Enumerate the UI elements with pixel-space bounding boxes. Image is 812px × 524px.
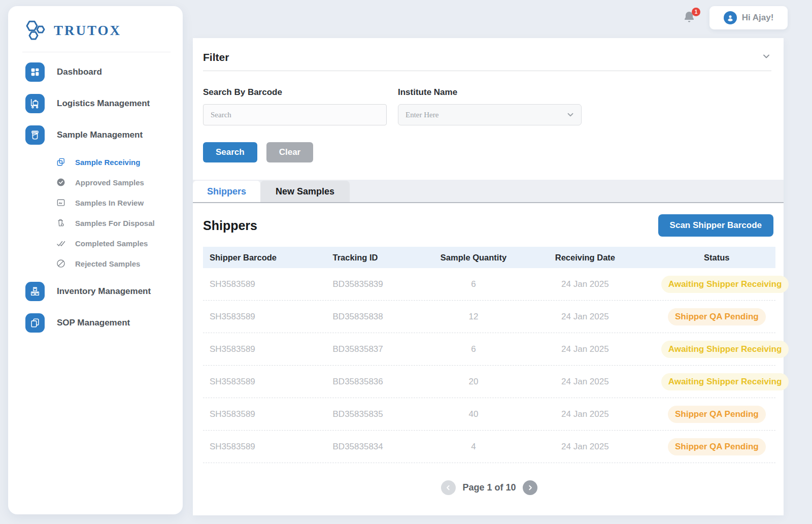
sample-quantity-cell: 4 <box>435 442 512 452</box>
receiving-date-cell: 24 Jan 2025 <box>512 442 658 452</box>
sidebar-item-approved-samples[interactable]: Approved Samples <box>8 172 183 192</box>
sidebar-item-label: Sample Receiving <box>75 158 140 167</box>
sample-quantity-cell: 12 <box>435 312 512 322</box>
tracking-id-cell: BD35835836 <box>326 377 435 387</box>
shipper-barcode-cell: SH3583589 <box>203 409 326 419</box>
status-badge: Shipper QA Pending <box>668 438 766 455</box>
institute-name-select[interactable]: Enter Here <box>398 104 582 125</box>
filter-panel: Filter Search By Barcode Institute Name … <box>193 38 784 180</box>
tracking-id-cell: BD35835834 <box>326 442 435 452</box>
hexagon-logo-icon <box>24 19 47 42</box>
next-page-button[interactable] <box>523 480 537 495</box>
sidebar-item-logistics-management[interactable]: Logistics Management <box>8 88 183 119</box>
user-avatar-icon <box>724 11 737 24</box>
page-indicator: Page 1 of 10 <box>462 482 516 493</box>
tab-new-samples[interactable]: New Samples <box>260 181 350 202</box>
shipper-barcode-cell: SH3583589 <box>203 312 326 322</box>
clear-button[interactable]: Clear <box>266 142 314 162</box>
tracking-id-cell: BD35835835 <box>326 409 435 419</box>
sample-quantity-cell: 40 <box>435 409 512 419</box>
column-header: Status <box>658 253 775 263</box>
receiving-date-cell: 24 Jan 2025 <box>512 377 658 387</box>
sidebar-item-label: Completed Samples <box>75 239 148 248</box>
sample-receiving-icon <box>56 157 66 167</box>
status-badge: Shipper QA Pending <box>668 406 766 423</box>
shipper-barcode-cell: SH3583589 <box>203 377 326 387</box>
check-circle-icon <box>56 177 66 187</box>
sample-quantity-cell: 6 <box>435 279 512 289</box>
sop-documents-icon <box>25 313 45 333</box>
page-title: Shippers <box>203 218 257 233</box>
barcode-field-group: Search By Barcode <box>203 87 387 125</box>
sidebar-item-label: Logistics Management <box>57 99 150 109</box>
sidebar-item-inventory-management[interactable]: Inventory Management <box>8 276 183 307</box>
column-header: Shipper Barcode <box>203 253 326 263</box>
inventory-boxes-icon <box>25 282 45 301</box>
filter-collapse-chevron-icon[interactable] <box>761 51 771 63</box>
status-badge: Awaiting Shipper Receiving <box>661 276 789 293</box>
status-badge: Shipper QA Pending <box>668 308 766 325</box>
receiving-date-cell: 24 Jan 2025 <box>512 279 658 289</box>
sidebar-item-sample-receiving[interactable]: Sample Receiving <box>8 152 183 172</box>
main-content: Filter Search By Barcode Institute Name … <box>193 38 784 515</box>
chevron-down-icon <box>566 110 575 119</box>
institute-field-group: Institute Name Enter Here <box>398 87 582 125</box>
sidebar-item-label: Samples In Review <box>75 199 144 207</box>
sidebar-item-label: Samples For Disposal <box>75 219 155 227</box>
logistics-cart-icon <box>25 94 45 113</box>
search-button[interactable]: Search <box>203 142 257 162</box>
tab-strip: Shippers New Samples <box>193 180 784 203</box>
sample-jar-icon <box>25 125 45 145</box>
previous-page-button[interactable] <box>441 480 456 495</box>
brand-name: TRUTOX <box>54 23 121 39</box>
filter-title: Filter <box>203 51 229 63</box>
sidebar-item-label: Approved Samples <box>75 178 144 187</box>
shippers-table: Shipper Barcode Tracking ID Sample Quant… <box>203 247 775 463</box>
receiving-date-cell: 24 Jan 2025 <box>512 312 658 322</box>
institute-field-label: Institute Name <box>398 87 582 97</box>
table-row[interactable]: SH3583589 BD35835835 40 24 Jan 2025 Ship… <box>203 398 775 431</box>
sidebar-item-label: Inventory Management <box>57 286 151 297</box>
sidebar-item-sop-management[interactable]: SOP Management <box>8 307 183 339</box>
table-header: Shipper Barcode Tracking ID Sample Quant… <box>203 247 775 268</box>
sidebar-item-label: Dashboard <box>57 67 102 77</box>
sidebar: TRUTOX Dashboard Logistics Management <box>8 6 183 514</box>
table-row[interactable]: SH3583589 BD35835839 6 24 Jan 2025 Await… <box>203 268 775 301</box>
tab-shippers[interactable]: Shippers <box>193 181 260 202</box>
review-note-icon <box>56 198 66 208</box>
column-header: Receiving Date <box>512 253 658 263</box>
shipper-barcode-cell: SH3583589 <box>203 442 326 452</box>
sidebar-item-sample-management[interactable]: Sample Management <box>8 119 183 151</box>
user-greeting: Hi Ajay! <box>742 13 774 23</box>
topbar: 1 Hi Ajay! <box>193 0 812 36</box>
receiving-date-cell: 24 Jan 2025 <box>512 344 658 354</box>
receiving-date-cell: 24 Jan 2025 <box>512 409 658 419</box>
dashboard-icon <box>25 62 45 82</box>
column-header: Sample Quantity <box>435 253 512 263</box>
tracking-id-cell: BD35835838 <box>326 312 435 322</box>
shipper-barcode-cell: SH3583589 <box>203 279 326 289</box>
double-check-icon <box>56 238 66 248</box>
scan-shipper-barcode-button[interactable]: Scan Shipper Barcode <box>658 214 773 237</box>
tracking-id-cell: BD35835839 <box>326 279 435 289</box>
brand-logo: TRUTOX <box>8 19 183 42</box>
pagination: Page 1 of 10 <box>203 480 775 495</box>
sample-management-subnav: Sample Receiving Approved Samples Sample… <box>8 151 183 276</box>
sidebar-item-samples-for-disposal[interactable]: Samples For Disposal <box>8 213 183 233</box>
table-row[interactable]: SH3583589 BD35835834 4 24 Jan 2025 Shipp… <box>203 431 775 463</box>
user-menu-button[interactable]: Hi Ajay! <box>709 6 788 29</box>
notification-bell-icon[interactable]: 1 <box>682 10 697 25</box>
institute-select-placeholder: Enter Here <box>405 111 438 119</box>
shipper-barcode-cell: SH3583589 <box>203 344 326 354</box>
sidebar-item-rejected-samples[interactable]: Rejected Samples <box>8 253 183 274</box>
barcode-search-input[interactable] <box>203 104 387 125</box>
column-header: Tracking ID <box>326 253 435 263</box>
sidebar-item-samples-in-review[interactable]: Samples In Review <box>8 192 183 213</box>
table-row[interactable]: SH3583589 BD35835837 6 24 Jan 2025 Await… <box>203 333 775 366</box>
barcode-field-label: Search By Barcode <box>203 87 387 97</box>
sample-quantity-cell: 6 <box>435 344 512 354</box>
table-row[interactable]: SH3583589 BD35835838 12 24 Jan 2025 Ship… <box>203 301 775 333</box>
table-row[interactable]: SH3583589 BD35835836 20 24 Jan 2025 Awai… <box>203 366 775 398</box>
sidebar-item-dashboard[interactable]: Dashboard <box>8 56 183 88</box>
sidebar-item-completed-samples[interactable]: Completed Samples <box>8 233 183 253</box>
